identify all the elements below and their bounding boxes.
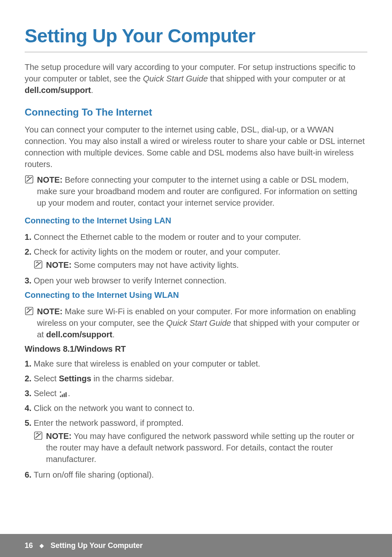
win-item-4-text: Click on the network you want to connect… <box>34 404 194 413</box>
list-number: 6. <box>25 469 32 480</box>
note-block-wifi: NOTE: Make sure Wi-Fi is enabled on your… <box>25 306 367 340</box>
footer-section-title: Setting Up Your Computer <box>51 541 143 550</box>
note-label: NOTE: <box>37 307 62 316</box>
note-italic: Quick Start Guide <box>166 318 231 327</box>
lan-item-1: 1. Connect the Ethernet cable to the mod… <box>34 231 367 243</box>
page-footer: 16 ◆ Setting Up Your Computer <box>0 534 392 557</box>
note-body: Some computers may not have activity lig… <box>71 260 239 269</box>
note-icon <box>34 431 43 440</box>
win-item-3: 3. Select . <box>34 388 367 399</box>
win-item-1-text: Make sure that wireless is enabled on yo… <box>34 359 260 368</box>
note-block-activity: NOTE: Some computers may not have activi… <box>34 259 367 271</box>
intro-paragraph: The setup procedure will vary according … <box>25 61 367 96</box>
lan-item-3-text: Open your web browser to verify Internet… <box>34 276 226 285</box>
note-block-cable: NOTE: Before connecting your computer to… <box>25 174 367 209</box>
note-after: . <box>112 330 115 339</box>
note-label: NOTE: <box>37 175 62 184</box>
list-number: 5. <box>25 417 32 429</box>
intro-text-mid: that shipped with your computer or at <box>208 74 346 83</box>
svg-rect-6 <box>66 392 67 397</box>
note-body: Before connecting your computer to the i… <box>37 175 357 207</box>
lan-list: 1. Connect the Ethernet cable to the mod… <box>25 231 367 286</box>
lan-item-3: 3. Open your web browser to verify Inter… <box>34 275 367 286</box>
connecting-body: You can connect your computer to the int… <box>25 124 367 170</box>
svg-rect-5 <box>64 393 65 397</box>
lan-item-2: 2. Check for activity lights on the mode… <box>34 246 367 271</box>
note-label: NOTE: <box>46 432 71 441</box>
note-label: NOTE: <box>46 260 71 269</box>
win-item-2-after: in the charms sidebar. <box>91 374 174 383</box>
list-number: 4. <box>25 402 32 414</box>
lan-item-2-text: Check for activity lights on the modem o… <box>34 247 280 256</box>
page-content: Setting Up Your Computer The setup proce… <box>0 0 392 480</box>
note-bold-link: dell.com/support <box>46 330 112 339</box>
windows-list: 1. Make sure that wireless is enabled on… <box>25 358 367 480</box>
note-body: You may have configured the network pass… <box>46 432 354 464</box>
intro-bold-link: dell.com/support <box>25 86 91 95</box>
svg-rect-3 <box>60 395 61 397</box>
svg-rect-4 <box>62 395 63 397</box>
heading-windows: Windows 8.1/Windows RT <box>25 344 367 354</box>
list-number: 1. <box>25 231 32 243</box>
wifi-signal-icon <box>59 390 68 398</box>
heading-connecting-internet: Connecting To The Internet <box>25 107 367 118</box>
page-title: Setting Up Your Computer <box>25 25 367 52</box>
win-item-2-before: Select <box>34 374 59 383</box>
note-text-activity: NOTE: Some computers may not have activi… <box>46 259 367 271</box>
win-item-6: 6. Turn on/off file sharing (optional). <box>34 469 367 480</box>
win-item-1: 1. Make sure that wireless is enabled on… <box>34 358 367 369</box>
note-text-password: NOTE: You may have configured the networ… <box>46 430 367 465</box>
list-number: 2. <box>25 246 32 258</box>
list-number: 3. <box>25 388 32 399</box>
footer-page-number: 16 <box>25 541 33 550</box>
note-block-password: NOTE: You may have configured the networ… <box>34 430 367 465</box>
list-number: 2. <box>25 373 32 384</box>
win-item-2-bold: Settings <box>59 374 91 383</box>
footer-diamond-icon: ◆ <box>39 542 44 549</box>
lan-item-1-text: Connect the Ethernet cable to the modem … <box>34 232 301 241</box>
win-item-2: 2. Select Settings in the charms sidebar… <box>34 373 367 384</box>
heading-lan: Connecting to the Internet Using LAN <box>25 216 367 225</box>
intro-text-after: . <box>91 86 93 95</box>
win-item-6-text: Turn on/off file sharing (optional). <box>34 470 154 479</box>
intro-italic: Quick Start Guide <box>143 74 208 83</box>
list-number: 1. <box>25 358 32 369</box>
note-icon <box>25 175 34 184</box>
note-text-wifi: NOTE: Make sure Wi-Fi is enabled on your… <box>37 306 367 340</box>
win-item-5-text: Enter the network password, if prompted. <box>34 418 184 427</box>
win-item-3-after: . <box>68 389 70 398</box>
list-number: 3. <box>25 275 32 286</box>
note-text-cable: NOTE: Before connecting your computer to… <box>37 174 367 209</box>
win-item-3-before: Select <box>34 389 59 398</box>
win-item-5: 5. Enter the network password, if prompt… <box>34 417 367 465</box>
note-icon <box>25 306 34 316</box>
heading-wlan: Connecting to the Internet Using WLAN <box>25 290 367 300</box>
note-icon <box>34 260 43 269</box>
win-item-4: 4. Click on the network you want to conn… <box>34 402 367 414</box>
